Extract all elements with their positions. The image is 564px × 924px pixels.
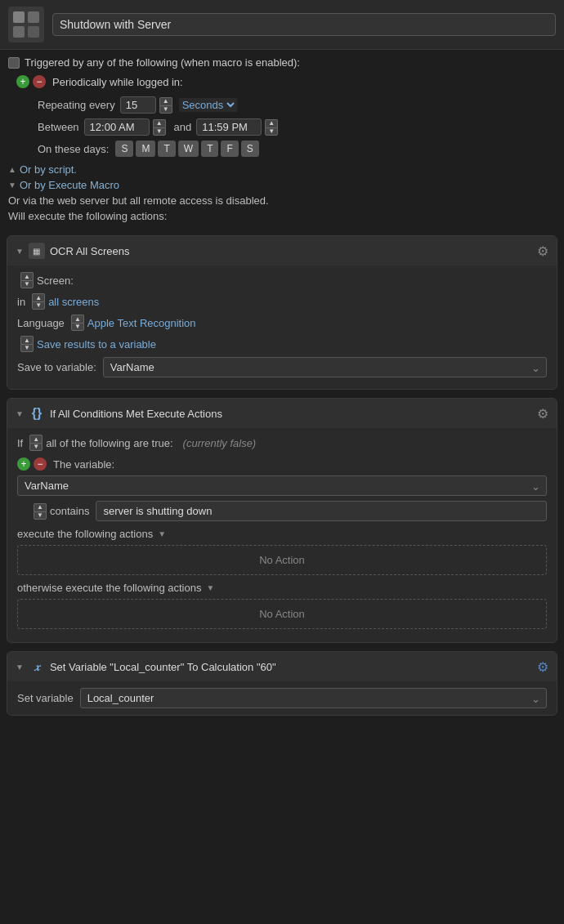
add-condition-button[interactable]: +	[17, 458, 30, 471]
repeating-up-button[interactable]: ▲	[159, 97, 172, 105]
if-gear-button[interactable]: ⚙	[537, 406, 548, 422]
contains-row: ▲ ▼ contains	[30, 501, 547, 521]
contains-stepper[interactable]: ▲ ▼	[34, 503, 47, 520]
screen-up-button[interactable]: ▲	[20, 272, 34, 280]
end-time-input[interactable]	[196, 118, 262, 136]
contains-down-button[interactable]: ▼	[34, 511, 47, 520]
ocr-gear-button[interactable]: ⚙	[537, 243, 548, 259]
no-action-label-2: No Action	[259, 608, 305, 620]
ocr-action-title: OCR All Screens	[50, 245, 537, 257]
ocr-chevron-icon: ▼	[16, 247, 24, 256]
execute-label: execute the following actions	[17, 528, 153, 540]
screen-down-button[interactable]: ▼	[20, 280, 34, 288]
end-time-up-button[interactable]: ▲	[265, 119, 278, 127]
day-sunday-button[interactable]: S	[115, 141, 133, 157]
language-down-button[interactable]: ▼	[71, 323, 84, 331]
set-var-select-wrapper[interactable]: Local_counter	[80, 688, 547, 708]
start-time-input[interactable]	[84, 118, 150, 136]
all-screens-down-button[interactable]: ▼	[32, 301, 45, 310]
day-saturday-button[interactable]: S	[241, 141, 259, 157]
language-stepper[interactable]: ▲ ▼	[71, 315, 84, 331]
end-time-down-button[interactable]: ▼	[265, 127, 278, 136]
save-results-down-button[interactable]: ▼	[20, 344, 34, 352]
curly-braces-icon: {}	[29, 405, 45, 422]
contains-value-input[interactable]	[96, 501, 547, 521]
set-variable-gear-button[interactable]: ⚙	[537, 659, 548, 675]
otherwise-chevron-icon[interactable]: ▼	[206, 583, 214, 592]
day-friday-button[interactable]: F	[221, 141, 238, 157]
ocr-action-card: ▼ ▦ OCR All Screens ⚙ ▲ ▼ Screen: in ▲ ▼…	[7, 235, 557, 390]
if-up-button[interactable]: ▲	[29, 435, 43, 443]
end-time-stepper[interactable]: ▲ ▼	[265, 119, 278, 136]
save-results-up-button[interactable]: ▲	[20, 336, 34, 344]
if-action-body: If ▲ ▼ all of the following are true: (c…	[7, 428, 557, 642]
days-label: On these days:	[38, 143, 109, 155]
execute-row: execute the following actions ▼	[17, 528, 547, 540]
if-variable-select-wrapper[interactable]: VarName	[17, 475, 547, 496]
screen-stepper[interactable]: ▲ ▼	[20, 272, 34, 288]
if-down-button[interactable]: ▼	[29, 443, 43, 451]
trigger-enabled-checkbox[interactable]	[8, 57, 20, 69]
start-time-down-button[interactable]: ▼	[153, 127, 166, 136]
repeating-down-button[interactable]: ▼	[159, 105, 172, 114]
header	[0, 0, 564, 50]
save-results-label[interactable]: Save results to a variable	[37, 338, 156, 350]
all-screens-up-button[interactable]: ▲	[32, 293, 45, 301]
repeating-unit-select[interactable]: Seconds Minutes Hours	[179, 98, 237, 112]
macro-chevron-icon: ▼	[8, 181, 16, 190]
the-variable-label: The variable:	[53, 458, 114, 471]
periodically-label: Periodically while logged in:	[52, 76, 183, 88]
macro-title-input[interactable]	[52, 13, 556, 36]
remove-condition-button[interactable]: −	[34, 458, 47, 471]
repeating-value-input[interactable]	[120, 96, 156, 114]
or-by-macro-row[interactable]: ▼ Or by Execute Macro	[8, 179, 556, 191]
if-all-row: If ▲ ▼ all of the following are true: (c…	[17, 435, 547, 451]
day-tuesday-button[interactable]: T	[158, 141, 175, 157]
remove-trigger-button[interactable]: −	[33, 75, 46, 88]
day-wednesday-button[interactable]: W	[178, 141, 199, 157]
day-monday-button[interactable]: M	[136, 141, 155, 157]
variable-plus-minus-row: + − The variable:	[17, 458, 547, 471]
if-action-title: If All Conditions Met Execute Actions	[50, 408, 537, 420]
no-action-box-1: No Action	[17, 545, 547, 575]
set-label: Set variable	[17, 692, 74, 704]
if-chevron-icon: ▼	[16, 409, 24, 418]
all-screens-value[interactable]: all screens	[48, 296, 99, 308]
web-server-label: Or via the web server but all remote acc…	[8, 194, 269, 207]
save-results-stepper[interactable]: ▲ ▼	[20, 336, 34, 352]
periodically-row: + − Periodically while logged in:	[16, 75, 556, 88]
ocr-action-header[interactable]: ▼ ▦ OCR All Screens ⚙	[7, 236, 557, 266]
save-to-label: Save to variable:	[17, 361, 96, 373]
if-action-header[interactable]: ▼ {} If All Conditions Met Execute Actio…	[7, 399, 557, 428]
save-to-variable-row: Save to variable: VarName	[17, 357, 547, 377]
in-all-screens-row: in ▲ ▼ all screens	[17, 293, 547, 310]
if-stepper[interactable]: ▲ ▼	[29, 435, 43, 451]
all-screens-stepper[interactable]: ▲ ▼	[32, 293, 45, 310]
start-time-up-button[interactable]: ▲	[153, 119, 166, 127]
repeating-stepper[interactable]: ▲ ▼	[159, 97, 172, 114]
svg-rect-1	[28, 11, 39, 23]
contains-up-button[interactable]: ▲	[34, 503, 47, 511]
or-script-label: Or by script.	[20, 163, 77, 176]
set-variable-header[interactable]: ▼ 𝑥 Set Variable "Local_counter" To Calc…	[7, 652, 557, 681]
language-up-button[interactable]: ▲	[71, 315, 84, 323]
all-following-label: all of the following are true:	[46, 437, 172, 449]
currently-false-label: (currently false)	[183, 437, 257, 449]
or-macro-label: Or by Execute Macro	[20, 179, 119, 191]
ocr-variable-select[interactable]: VarName	[103, 357, 547, 377]
language-value[interactable]: Apple Text Recognition	[87, 317, 196, 329]
if-variable-select[interactable]: VarName	[17, 475, 547, 496]
set-variable-row: Set variable Local_counter	[17, 688, 547, 708]
language-row: Language ▲ ▼ Apple Text Recognition	[17, 315, 547, 331]
add-trigger-button[interactable]: +	[16, 75, 29, 88]
set-var-select[interactable]: Local_counter	[80, 688, 547, 708]
execute-chevron-icon[interactable]: ▼	[158, 529, 166, 538]
start-time-stepper[interactable]: ▲ ▼	[153, 119, 166, 136]
between-row: Between ▲ ▼ and ▲ ▼	[38, 118, 556, 136]
day-thursday-button[interactable]: T	[201, 141, 218, 157]
ocr-variable-select-wrapper[interactable]: VarName	[103, 357, 547, 377]
save-results-row: ▲ ▼ Save results to a variable	[17, 336, 547, 352]
in-label: in	[17, 296, 25, 308]
contains-label[interactable]: contains	[50, 505, 89, 517]
or-by-script-row[interactable]: ▲ Or by script.	[8, 163, 556, 176]
